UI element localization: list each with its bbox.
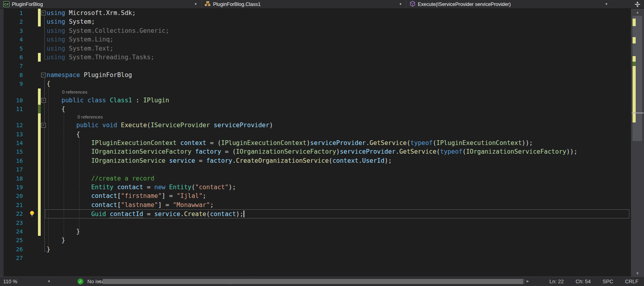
line-number[interactable]: 12 xyxy=(4,121,28,130)
code-line-3[interactable]: 3using System.Collections.Generic; xyxy=(0,26,631,35)
change-tracking-bar xyxy=(38,88,41,96)
code-line-21[interactable]: 21 contact["lastname"] = "Monawwar"; xyxy=(0,201,631,209)
line-number[interactable]: 16 xyxy=(4,156,28,165)
project-dropdown[interactable]: C# PluginForBlog ▼ xyxy=(0,0,202,8)
line-number[interactable]: 26 xyxy=(4,245,28,254)
code-line-26[interactable]: 26} xyxy=(0,245,631,254)
line-number[interactable]: 22 xyxy=(4,209,28,218)
line-number[interactable] xyxy=(4,113,28,121)
code-line-20[interactable]: 20 contact["firstname"] = "Ijlal"; xyxy=(0,192,631,200)
vertical-scrollbar[interactable]: ▲ ▼ xyxy=(631,9,644,277)
zoom-select[interactable]: 110 % ▼ xyxy=(0,277,55,286)
line-number[interactable]: 15 xyxy=(4,147,28,156)
split-editor-icon xyxy=(635,1,640,8)
code-line-11[interactable]: 11 { xyxy=(0,105,631,113)
code-line-17[interactable]: 17 xyxy=(0,165,631,174)
line-number[interactable]: 8 xyxy=(4,71,28,79)
fold-toggle[interactable]: − xyxy=(41,73,46,77)
line-number[interactable]: 21 xyxy=(4,201,28,209)
code-line-18[interactable]: 18 //create a record xyxy=(0,174,631,183)
fold-toggle[interactable]: − xyxy=(41,123,46,128)
line-number[interactable]: 9 xyxy=(4,79,28,88)
line-ending-indicator[interactable]: CRLF xyxy=(625,278,638,284)
glyph-margin xyxy=(28,121,38,130)
code-line-15[interactable]: 15 IOrganizationServiceFactory factory =… xyxy=(0,147,631,156)
line-number[interactable]: 17 xyxy=(4,165,28,174)
chevron-down-icon[interactable]: ▼ xyxy=(399,2,403,6)
line-number[interactable]: 20 xyxy=(4,192,28,200)
change-tracking-bar xyxy=(38,165,41,174)
chevron-down-icon[interactable]: ▼ xyxy=(47,280,51,283)
code-line-10[interactable]: 10− public class Class1 : IPlugin xyxy=(0,96,631,105)
line-number[interactable]: 4 xyxy=(4,35,28,44)
scroll-up-arrow-icon[interactable]: ▲ xyxy=(631,9,644,15)
code-line-27[interactable]: 27 xyxy=(0,254,631,262)
line-number[interactable]: 18 xyxy=(4,174,28,183)
code-line-5[interactable]: 5using System.Text; xyxy=(0,44,631,53)
line-number[interactable]: 24 xyxy=(4,227,28,236)
glyph-margin xyxy=(28,174,38,183)
code-line-14[interactable]: 14 IPluginExecutionContext context = (IP… xyxy=(0,139,631,147)
codelens-row[interactable]: 0 references xyxy=(0,113,631,121)
code-text: contact["lastname"] = "Monawwar"; xyxy=(47,201,631,209)
line-number[interactable]: 25 xyxy=(4,236,28,245)
change-tracking-bar xyxy=(38,62,41,70)
line-number[interactable]: 5 xyxy=(4,44,28,53)
code-line-8[interactable]: 8−namespace PluginForBlog xyxy=(0,71,631,79)
codelens-references[interactable]: 0 references xyxy=(47,88,631,96)
code-line-2[interactable]: 2using System; xyxy=(0,17,631,26)
code-editor[interactable]: 1−using Microsoft.Xrm.Sdk;2using System;… xyxy=(0,9,631,277)
outlining-margin xyxy=(41,245,47,254)
code-line-4[interactable]: 4using System.Linq; xyxy=(0,35,631,44)
code-line-6[interactable]: 6using System.Threading.Tasks; xyxy=(0,53,631,62)
line-number[interactable]: 13 xyxy=(4,130,28,139)
line-number[interactable]: 14 xyxy=(4,139,28,147)
fold-toggle[interactable]: − xyxy=(41,11,46,15)
member-dropdown[interactable]: Execute(IServiceProvider serviceProvider… xyxy=(406,0,612,8)
line-number[interactable]: 7 xyxy=(4,62,28,70)
scroll-right-arrow-icon[interactable]: ► xyxy=(526,279,530,283)
line-number[interactable]: 1 xyxy=(4,9,28,17)
line-number[interactable]: 11 xyxy=(4,105,28,113)
code-line-19[interactable]: 19 Entity contact = new Entity("contact"… xyxy=(0,183,631,192)
code-line-13[interactable]: 13 { xyxy=(0,130,631,139)
code-text: } xyxy=(47,236,631,245)
whitespace-indicator[interactable]: SPC xyxy=(602,278,613,284)
line-indicator[interactable]: Ln: 22 xyxy=(550,278,564,284)
line-number[interactable]: 27 xyxy=(4,254,28,262)
scroll-left-arrow-icon[interactable]: ◄ xyxy=(97,279,101,283)
fold-toggle[interactable]: − xyxy=(41,98,46,103)
scroll-down-arrow-icon[interactable]: ▼ xyxy=(631,271,644,276)
code-line-25[interactable]: 25 } xyxy=(0,236,631,245)
line-number[interactable]: 23 xyxy=(4,218,28,227)
codelens-row[interactable]: 0 references xyxy=(0,88,631,96)
code-text: //create a record xyxy=(47,174,631,183)
line-number[interactable]: 2 xyxy=(4,17,28,26)
code-line-1[interactable]: 1−using Microsoft.Xrm.Sdk; xyxy=(0,9,631,17)
type-dropdown[interactable]: PluginForBlog.Class1 ▼ xyxy=(202,0,406,8)
class-icon xyxy=(205,1,211,8)
line-number[interactable]: 19 xyxy=(4,183,28,192)
chevron-down-icon[interactable]: ▼ xyxy=(194,2,198,6)
outlining-margin xyxy=(41,236,47,245)
split-editor-button[interactable] xyxy=(631,0,644,8)
outlining-margin: − xyxy=(41,71,47,79)
chevron-down-icon[interactable]: ▼ xyxy=(605,2,609,6)
horizontal-scrollbar[interactable] xyxy=(103,279,525,284)
quick-actions-lightbulb[interactable] xyxy=(28,209,38,218)
code-line-7[interactable]: 7 xyxy=(0,62,631,70)
line-number[interactable]: 10 xyxy=(4,96,28,105)
column-indicator[interactable]: Ch: 54 xyxy=(576,278,591,284)
outlining-margin xyxy=(41,165,47,174)
horizontal-scrollbar-thumb[interactable] xyxy=(103,279,523,284)
code-line-23[interactable]: 23 xyxy=(0,218,631,227)
line-number[interactable] xyxy=(4,88,28,96)
code-line-12[interactable]: 12− public void Execute(IServiceProvider… xyxy=(0,121,631,130)
code-line-22[interactable]: 22 Guid contactId = service.Create(conta… xyxy=(0,209,631,218)
code-line-9[interactable]: 9{ xyxy=(0,79,631,88)
code-line-24[interactable]: 24 } xyxy=(0,227,631,236)
line-number[interactable]: 6 xyxy=(4,53,28,62)
code-line-16[interactable]: 16 IOrganizationService service = factor… xyxy=(0,156,631,165)
codelens-references[interactable]: 0 references xyxy=(47,113,631,121)
line-number[interactable]: 3 xyxy=(4,26,28,35)
